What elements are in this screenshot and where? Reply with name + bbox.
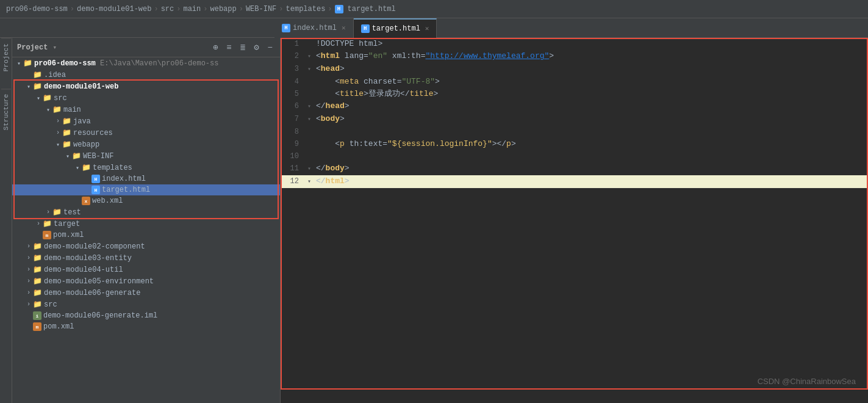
project-toolbar: Project ▾ ⊕ ≡ ≣ ⚙ − [12,38,280,57]
tree-item-target_html[interactable]: Htarget.html [12,184,280,195]
tree-item-idea[interactable]: 📁.idea [12,69,280,81]
tree-item-target_dir[interactable]: ›📁target [12,218,280,230]
line-content-3: <head> [314,63,868,75]
tree-arrow-module02: › [24,243,33,250]
folder-icon-templates: 📁 [82,163,91,172]
toolbar-btn-collapse[interactable]: ≡ [224,42,234,54]
folder-icon-idea: 📁 [33,70,42,79]
xml-icon-pomxml2: m [33,322,41,331]
project-panel-label[interactable]: Project [1,38,11,76]
tree-label-src2: src [44,300,57,309]
xml-icon-webxml: x [82,197,90,205]
tab-index[interactable]: H index.html ✕ [274,18,354,38]
tree-item-test[interactable]: ›📁test [12,206,280,218]
tree-item-main[interactable]: ▾📁main [12,104,280,115]
tree-item-webapp[interactable]: ▾📁webapp [12,139,280,150]
breadcrumb-sep6: › [279,5,283,13]
line-content-12: </html> [314,175,868,187]
code-editor[interactable]: 1!DOCTYPE html>2▾<html lang="en" xml:th=… [281,38,868,403]
tree-item-java[interactable]: ›📁java [12,115,280,127]
tree-item-resources[interactable]: ›📁resources [12,127,280,139]
line-fold-2[interactable]: ▾ [305,51,314,63]
line-content-9: <p th:text="${session.loginInfo}"></p> [314,138,868,150]
tree-label-module05: demo-module05-environment [44,277,154,286]
line-number-3: 3 [281,63,305,75]
breadcrumb-file[interactable]: target.html [348,5,396,13]
tree-label-module03: demo-module03-entity [44,254,132,263]
tree-label-module02: demo-module02-component [44,242,145,251]
tree-item-module06[interactable]: ›📁demo-module06-generate [12,287,280,299]
line-fold-3[interactable]: ▾ [305,64,314,76]
folder-icon-module03: 📁 [33,253,42,263]
breadcrumb-webinf[interactable]: WEB-INF [246,5,276,13]
toolbar-btn-minus[interactable]: − [265,42,275,54]
breadcrumb-main[interactable]: main [183,5,201,13]
tab-index-close[interactable]: ✕ [342,24,346,32]
line-number-9: 9 [281,138,305,150]
tree-arrow-module06: › [24,289,33,296]
folder-icon-webinf: 📁 [72,151,81,161]
line-content-4: <meta charset="UTF-8"> [314,76,868,88]
tree-item-module01[interactable]: ▾📁demo-module01-web [12,81,280,92]
tree-arrow-module01: ▾ [24,83,33,90]
tree-label-pro06: pro06-demo-ssm E:\Java\Maven\pro06-demo-… [34,59,218,68]
tree-item-module05[interactable]: ›📁demo-module05-environment [12,275,280,287]
line-content-1: !DOCTYPE html> [314,38,868,50]
html-icon-target_html: H [91,186,100,194]
breadcrumb-project[interactable]: pro06-demo-ssm [6,5,68,13]
tree-item-module04[interactable]: ›📁demo-module04-util [12,264,280,275]
tree-label-module04: demo-module04-util [44,266,123,274]
tree-label-main: main [63,106,81,114]
code-line-5: 5 <title>登录成功</title> [281,88,868,100]
breadcrumb-bar: pro06-demo-ssm › demo-module01-web › src… [0,0,868,18]
line-number-6: 6 [281,100,305,112]
structure-panel-label[interactable]: Structure [1,89,11,135]
code-line-3: 3▾<head> [281,63,868,76]
line-content-11: </body> [314,162,868,175]
line-fold-7[interactable]: ▾ [305,114,314,126]
tree-item-pomxml2[interactable]: mpom.xml [12,321,280,332]
line-content-7: <body> [314,113,868,125]
tree-item-index_html[interactable]: Hindex.html [12,173,280,184]
line-number-1: 1 [281,38,305,50]
side-panels: Project Structure [0,38,12,403]
tree-item-module03[interactable]: ›📁demo-module03-entity [12,252,280,264]
project-dropdown-arrow[interactable]: ▾ [52,43,57,51]
tree-label-test: test [63,208,81,217]
folder-icon-module01: 📁 [33,82,42,91]
tree-item-src2[interactable]: ›📁src [12,299,280,310]
tree-item-templates[interactable]: ▾📁templates [12,162,280,173]
tree-item-src[interactable]: ▾📁src [12,92,280,104]
breadcrumb-module[interactable]: demo-module01-web [77,5,151,13]
tree-item-module06iml[interactable]: idemo-module06-generate.iml [12,310,280,321]
tree-item-pomxml[interactable]: mpom.xml [12,230,280,241]
tree-item-webinf[interactable]: ▾📁WEB-INF [12,150,280,162]
toolbar-btn-expand[interactable]: ≣ [238,41,248,54]
tree-label-idea: .idea [44,71,66,79]
tree-arrow-pro06: ▾ [15,60,23,67]
code-line-12: 12▾</html> [281,175,868,188]
tree-item-webxml[interactable]: xweb.xml [12,195,280,206]
breadcrumb-webapp[interactable]: webapp [210,5,236,13]
code-line-8: 8 [281,126,868,138]
breadcrumb-templates[interactable]: templates [286,5,326,13]
tab-target-label: target.html [372,24,420,33]
line-content-2: <html lang="en" xml:th="http://www.thyme… [314,50,868,62]
line-fold-6[interactable]: ▾ [305,101,314,113]
breadcrumb-sep4: › [203,5,207,13]
toolbar-btn-gear[interactable]: ⚙ [251,41,261,54]
folder-icon-src2: 📁 [33,300,42,309]
tree-item-module02[interactable]: ›📁demo-module02-component [12,241,280,252]
tree-item-pro06[interactable]: ▾📁pro06-demo-ssm E:\Java\Maven\pro06-dem… [12,57,280,69]
line-number-12: 12 [281,175,305,187]
breadcrumb-sep2: › [154,5,158,13]
breadcrumb-src[interactable]: src [161,5,174,13]
folder-icon-module05: 📁 [33,277,42,286]
tree-label-module06iml: demo-module06-generate.iml [43,311,157,320]
line-fold-11[interactable]: ▾ [305,163,314,175]
toolbar-btn-add[interactable]: ⊕ [210,41,220,54]
tab-target[interactable]: H target.html ✕ [354,18,437,38]
html-icon-index_html: H [91,175,100,183]
line-fold-12[interactable]: ▾ [305,176,314,188]
tab-target-close[interactable]: ✕ [425,24,429,32]
